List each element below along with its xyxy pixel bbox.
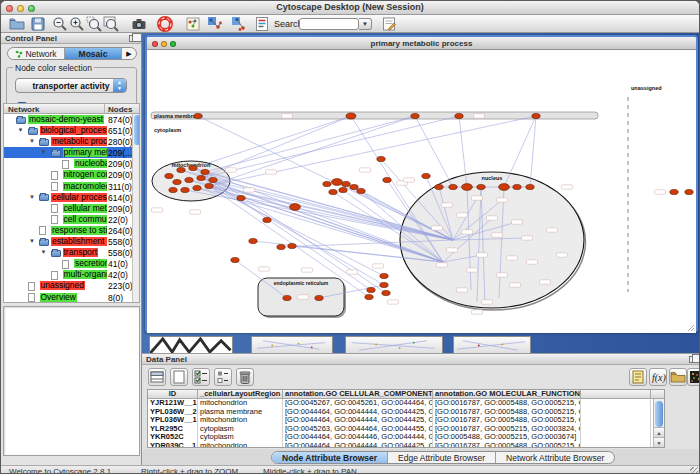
annotation-pad-icon[interactable] (381, 16, 397, 32)
network-node[interactable] (189, 165, 197, 170)
tree-row[interactable]: macromolecule311(0) (4, 181, 139, 192)
network-node[interactable] (249, 238, 257, 243)
network-node[interactable] (377, 156, 385, 161)
tree-row[interactable]: multi-organism pro42(0) (4, 269, 139, 280)
network-node[interactable] (411, 113, 419, 118)
resize-grip-icon[interactable] (690, 467, 698, 474)
background-window[interactable] (149, 336, 233, 353)
zoom-fit-icon[interactable] (103, 16, 119, 32)
network-node[interactable] (169, 187, 177, 192)
tree-row[interactable]: ▼cellular process614(0) (4, 192, 139, 203)
tab-mosaic[interactable]: Mosaic (65, 48, 122, 59)
zoom-in-icon[interactable] (69, 16, 85, 32)
tab-network-attribute-browser[interactable]: Network Attribute Browser (496, 452, 614, 463)
network-view-icon[interactable] (185, 16, 201, 32)
network-node[interactable] (382, 290, 390, 295)
network-overview-panel[interactable] (3, 306, 140, 456)
network-node[interactable] (685, 189, 693, 194)
network-node[interactable] (185, 177, 193, 182)
table-header-cell[interactable]: annotation.GO CELLULAR_COMPONENT (283, 390, 433, 398)
table-header-cell[interactable]: ID (148, 390, 198, 398)
network-node[interactable] (462, 184, 473, 191)
tree-row[interactable]: ▼metabolic process280(0) (4, 136, 139, 147)
network-node[interactable] (513, 184, 521, 189)
network-node[interactable] (173, 179, 181, 184)
network-node[interactable] (209, 177, 217, 182)
unselect-all-icon[interactable] (170, 368, 188, 386)
tree-row[interactable]: nucleobase-209(0) (4, 158, 139, 169)
network-view-window[interactable]: primary metabolic process plasma membran… (145, 35, 698, 332)
table-row[interactable]: YJR121W__1mitochondrion[GO:0045267, GO:0… (148, 399, 664, 408)
canvas-resize-grip-icon[interactable] (691, 328, 694, 331)
network-node[interactable] (231, 257, 239, 262)
tree-expand-icon[interactable]: ▼ (41, 249, 47, 255)
table-row[interactable]: YPL036W__2plasma membrane[GO:0044464, GO… (148, 408, 664, 417)
vizmapper-icon[interactable] (254, 16, 270, 32)
network-node[interactable] (332, 179, 343, 186)
network-node[interactable] (350, 184, 358, 189)
select-all-columns-icon[interactable] (148, 368, 166, 386)
network-node[interactable] (383, 177, 391, 182)
table-row[interactable]: YLR295Ccytoplasm[GO:0045263, GO:0044464,… (148, 425, 664, 434)
row-mode-icon[interactable] (214, 368, 232, 386)
network-node[interactable] (277, 244, 285, 249)
tree-expand-icon[interactable]: ▼ (29, 194, 35, 200)
tab-network[interactable]: Network (8, 48, 65, 59)
network-node[interactable] (201, 169, 209, 174)
float-panel-icon[interactable] (689, 356, 697, 363)
background-window[interactable] (251, 336, 333, 353)
tree-expand-icon[interactable]: ▼ (29, 238, 35, 244)
tree-row[interactable]: Overview8(0) (4, 292, 139, 303)
tree-expand-icon[interactable]: ▼ (29, 138, 35, 144)
network-canvas[interactable]: plasma membranecytoplasmmitochondrionnuc… (147, 50, 696, 333)
search-dropdown-arrow-icon[interactable]: ▼ (359, 18, 372, 30)
network-node[interactable] (342, 181, 350, 186)
tree-row[interactable]: response to stimul264(0) (4, 225, 139, 236)
network-node[interactable] (346, 113, 356, 119)
network-node[interactable] (422, 173, 430, 178)
network-node[interactable] (339, 187, 347, 192)
network-node[interactable] (477, 184, 485, 189)
network-node[interactable] (283, 295, 291, 300)
network-node[interactable] (367, 287, 375, 292)
search-input[interactable] (299, 18, 359, 30)
network-node[interactable] (380, 282, 388, 287)
background-window[interactable] (453, 336, 531, 353)
network-node[interactable] (193, 185, 201, 190)
network-node[interactable] (323, 181, 331, 186)
network-node[interactable] (197, 175, 205, 180)
tree-row[interactable]: cellular metabo209(0) (4, 203, 139, 214)
tree-row[interactable]: secretion41(0) (4, 258, 139, 269)
save-session-icon[interactable] (30, 16, 46, 32)
network-node[interactable] (165, 173, 173, 178)
table-scrollbar[interactable]: ▲ ▼ (653, 399, 664, 447)
layout-b-icon[interactable] (231, 16, 247, 32)
table-row[interactable]: YPL036W__1mitochondrion[GO:0044464, GO:0… (148, 416, 664, 425)
import-attributes-icon[interactable] (669, 368, 687, 386)
scroll-up-icon[interactable]: ▲ (654, 427, 664, 437)
network-window-titlebar[interactable]: primary metabolic process (147, 37, 696, 50)
network-node[interactable] (380, 273, 388, 278)
network-node[interactable] (455, 113, 463, 118)
network-node[interactable] (532, 113, 540, 118)
attribute-matrix-icon[interactable] (687, 368, 700, 386)
network-node[interactable] (315, 295, 323, 300)
network-node[interactable] (288, 243, 296, 248)
background-window[interactable] (345, 336, 443, 353)
tree-expand-icon[interactable]: ▼ (18, 127, 24, 133)
table-row[interactable]: YKR052Ccytoplasm[GO:0044464, GO:0044446,… (148, 433, 664, 442)
table-header-cell[interactable] (581, 390, 651, 398)
tree-row[interactable]: unassigned223(0) (4, 280, 139, 291)
tree-row[interactable]: nitrogen compo209(0) (4, 169, 139, 180)
open-file-icon[interactable] (9, 16, 25, 32)
network-node[interactable] (449, 184, 457, 189)
float-panel-icon[interactable] (129, 35, 137, 42)
network-node[interactable] (329, 189, 337, 194)
tree-row[interactable]: cell communicat22(0) (4, 214, 139, 225)
tree-row[interactable]: mosaic-demo-yeast874(0) (4, 114, 139, 125)
tree-row[interactable]: ▼transport558(0) (4, 247, 139, 258)
network-node[interactable] (237, 195, 245, 200)
network-node[interactable] (365, 294, 373, 299)
network-node[interactable] (194, 113, 202, 118)
network-node[interactable] (435, 184, 443, 189)
